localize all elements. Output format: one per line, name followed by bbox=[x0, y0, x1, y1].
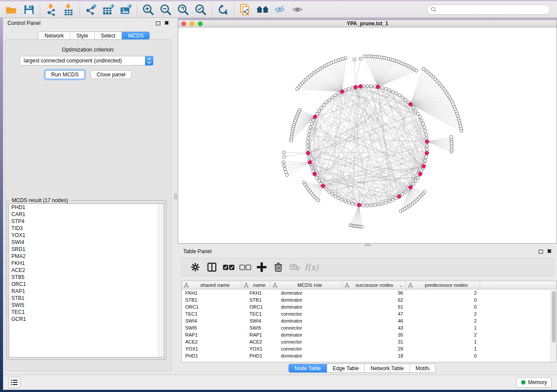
delete-columns-button[interactable] bbox=[270, 259, 287, 275]
first-neighbors-button[interactable] bbox=[254, 2, 271, 17]
zoom-in-button[interactable] bbox=[139, 2, 157, 17]
mcds-result-list[interactable]: PHD1CAR1STP4TID3YOX1SWI4SRD1PMA2FKH1ACE2… bbox=[9, 203, 164, 358]
mcds-result-item[interactable]: TEC1 bbox=[9, 309, 164, 316]
tab-style[interactable]: Style bbox=[70, 32, 95, 39]
vertical-splitter[interactable] bbox=[173, 18, 178, 375]
optimization-label: Optimization criterion: bbox=[3, 47, 173, 53]
float-panel-icon[interactable] bbox=[539, 250, 543, 254]
table-row[interactable]: STB1STB1dominator620 bbox=[182, 296, 556, 303]
duplicate-network-button[interactable] bbox=[236, 2, 254, 17]
sort-desc-icon: ⌄ bbox=[399, 283, 403, 288]
open-file-button[interactable] bbox=[3, 2, 20, 17]
import-network-button[interactable] bbox=[42, 2, 60, 17]
column-header-name[interactable]: name bbox=[242, 281, 270, 289]
mcds-result-item[interactable]: YOX1 bbox=[9, 232, 164, 239]
cell-shared_name: RAP1 bbox=[182, 331, 242, 338]
cell-successor_nodes: 62 bbox=[343, 296, 406, 303]
tab-node-table[interactable]: Node Table bbox=[289, 364, 327, 372]
zoom-fit-button[interactable] bbox=[174, 2, 192, 17]
optimization-select[interactable]: largest connected component (undirected) bbox=[20, 56, 153, 65]
select-all-button[interactable] bbox=[220, 259, 237, 275]
export-image-button[interactable] bbox=[117, 2, 135, 17]
tab-mcds[interactable]: MCDS bbox=[122, 32, 149, 39]
table-row[interactable]: YOX1YOX1connector291 bbox=[182, 345, 556, 352]
zoom-out-button[interactable] bbox=[157, 2, 174, 17]
mcds-result-item[interactable]: PMA2 bbox=[9, 253, 164, 260]
export-network-button[interactable] bbox=[82, 2, 100, 17]
mcds-result-item[interactable]: SRD1 bbox=[9, 246, 164, 253]
tab-network-table[interactable]: Network Table bbox=[365, 364, 410, 372]
run-mcds-button[interactable]: Run MCDS bbox=[45, 70, 85, 79]
table-row[interactable]: FKH1FKH1dominator962 bbox=[182, 289, 556, 296]
search-field[interactable] bbox=[427, 4, 550, 15]
table-mode-button[interactable] bbox=[187, 259, 204, 275]
show-columns-button[interactable] bbox=[204, 259, 220, 275]
mcds-result-item[interactable]: STB5 bbox=[9, 274, 164, 281]
table-row[interactable]: TEC1TEC1connector472 bbox=[182, 310, 556, 317]
cell-mcds_role: dominator bbox=[270, 296, 343, 303]
mcds-result-item[interactable]: CAR1 bbox=[9, 211, 164, 218]
delete-table-button[interactable] bbox=[287, 259, 303, 275]
column-header-shared-name[interactable]: shared name bbox=[182, 281, 242, 289]
mcds-result-item[interactable]: PHD1 bbox=[9, 204, 164, 211]
cell-mcds_role: dominator bbox=[270, 352, 343, 359]
close-panel-icon[interactable]: ✖ bbox=[547, 249, 552, 254]
show-all-button[interactable] bbox=[289, 2, 306, 17]
network-graph[interactable] bbox=[178, 28, 557, 243]
table-row[interactable]: SWI4SWI4dominator462 bbox=[182, 317, 556, 324]
save-icon bbox=[23, 4, 35, 15]
table-row[interactable]: ACE2ACE2connector311 bbox=[182, 338, 556, 345]
mcds-result-item[interactable]: ORC1 bbox=[9, 281, 164, 288]
close-panel-icon[interactable]: ✖ bbox=[164, 21, 169, 25]
scrollbar-thumb[interactable] bbox=[552, 291, 556, 343]
cell-name: ORC1 bbox=[242, 303, 270, 310]
deselect-all-button[interactable] bbox=[237, 259, 253, 275]
search-input[interactable] bbox=[439, 7, 546, 13]
list-icon bbox=[11, 379, 18, 385]
mcds-result-item[interactable]: SWI5 bbox=[9, 302, 164, 309]
mcds-result-item[interactable]: ACE2 bbox=[9, 267, 164, 274]
float-panel-icon[interactable] bbox=[156, 21, 160, 25]
import-table-button[interactable] bbox=[60, 2, 77, 17]
tab-edge-table[interactable]: Edge Table bbox=[327, 364, 365, 372]
refresh-button[interactable] bbox=[214, 2, 232, 17]
mcds-result-item[interactable]: SWI4 bbox=[9, 239, 164, 246]
table-row[interactable]: RAP1RAP1dominator352 bbox=[182, 331, 556, 338]
table-row[interactable]: SWI5SWI5connector431 bbox=[182, 324, 556, 331]
column-header-predecessor-nodes[interactable]: predecessor nodes bbox=[406, 281, 480, 289]
tab-motifs[interactable]: Motifs bbox=[410, 364, 435, 372]
splitter-handle[interactable] bbox=[174, 193, 177, 199]
tab-network[interactable]: Network bbox=[38, 32, 70, 39]
memory-button[interactable]: Memory bbox=[516, 377, 552, 388]
close-panel-button[interactable]: Close panel bbox=[90, 70, 131, 79]
hide-selected-button[interactable] bbox=[271, 2, 289, 17]
table-row[interactable]: PHD1PHD1dominator180 bbox=[182, 352, 556, 359]
save-session-button[interactable] bbox=[20, 2, 38, 17]
horizontal-splitter[interactable] bbox=[178, 244, 557, 247]
cell-mcds_role: connector bbox=[270, 310, 343, 317]
network-canvas[interactable] bbox=[178, 28, 557, 243]
mcds-result-item[interactable]: TID3 bbox=[9, 225, 164, 232]
mcds-result-item[interactable]: RAP1 bbox=[9, 288, 164, 295]
table-scrollbar[interactable] bbox=[550, 290, 556, 362]
export-table-button[interactable] bbox=[100, 2, 117, 17]
zoom-selected-button[interactable] bbox=[192, 2, 209, 17]
new-column-button[interactable] bbox=[253, 259, 270, 275]
attribute-icon bbox=[345, 283, 349, 288]
column-header-successor-nodes[interactable]: successor nodes⌄ bbox=[343, 281, 406, 289]
table-row[interactable]: ORC1ORC1dominator610 bbox=[182, 303, 556, 310]
network-titlebar[interactable]: YPA_prune.txt_1 bbox=[178, 20, 557, 28]
mcds-result-item[interactable]: STP4 bbox=[9, 218, 164, 225]
column-header-MCDS-role[interactable]: MCDS role bbox=[270, 281, 343, 289]
mcds-result-item[interactable]: FKH1 bbox=[9, 260, 164, 267]
cell-shared_name: YOX1 bbox=[182, 345, 242, 352]
mcds-result-item[interactable]: STB1 bbox=[9, 295, 164, 302]
tab-select[interactable]: Select bbox=[95, 32, 122, 39]
task-history-button[interactable] bbox=[8, 377, 21, 388]
list-scrollbar[interactable] bbox=[158, 204, 164, 357]
mcds-result-item[interactable]: GCR1 bbox=[9, 316, 164, 323]
splitter-handle[interactable] bbox=[365, 244, 371, 246]
function-builder-button[interactable]: f(x) bbox=[303, 259, 320, 275]
cell-shared_name: SWI5 bbox=[182, 324, 242, 331]
attribute-icon bbox=[244, 283, 249, 288]
